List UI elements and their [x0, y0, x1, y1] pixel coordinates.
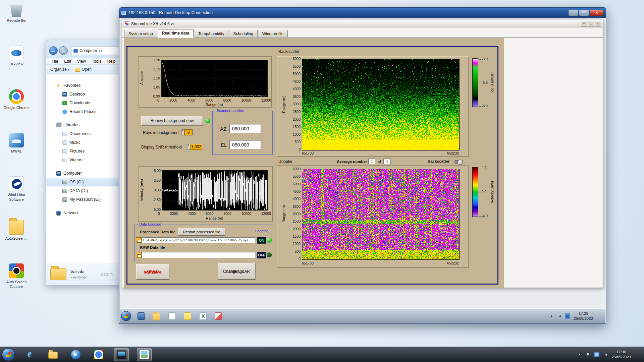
- menu-item[interactable]: Tools: [92, 59, 101, 64]
- snr-spinner[interactable]: ▲▼: [187, 144, 190, 150]
- vi-close-button[interactable]: ×: [595, 21, 601, 26]
- raw-path-browse-icon[interactable]: [136, 252, 142, 258]
- taskbar-button[interactable]: [91, 348, 106, 361]
- chevron-down-icon: ▾: [68, 68, 69, 71]
- menu-item[interactable]: File: [52, 59, 58, 64]
- doppler-colorbar-title: Velocity (m/s): [490, 167, 494, 217]
- tab[interactable]: System setup: [124, 30, 157, 37]
- desktop-icon[interactable]: Auto Screen Capture: [1, 263, 32, 303]
- menu-item[interactable]: View: [77, 59, 86, 64]
- y-tick-label: 6000: [293, 57, 301, 61]
- backscatter-colorbar: [472, 58, 478, 107]
- y-tick-label: 3000: [293, 102, 301, 106]
- network-icon[interactable]: [565, 313, 570, 319]
- breadcrumb[interactable]: Computer: [79, 48, 97, 53]
- start-button[interactable]: [2, 348, 15, 361]
- y-tick-label: 1.10: [153, 76, 160, 80]
- ie-icon: [25, 350, 35, 359]
- rdp-close-button[interactable]: ✕: [590, 10, 604, 16]
- remote-taskbar-button[interactable]: [167, 311, 177, 321]
- processed-logging-indicator: ON: [257, 237, 266, 244]
- tree-item-label: Videos: [69, 158, 82, 162]
- processed-path-browse-icon[interactable]: [136, 237, 142, 243]
- az-label: AZ: [220, 126, 226, 132]
- desktop-icon[interactable]: Wind Lidar Software: [1, 176, 32, 216]
- forward-button[interactable]: →: [59, 46, 68, 55]
- volume-icon[interactable]: [603, 352, 608, 357]
- raw-path-field[interactable]: [142, 252, 255, 258]
- desktop-icon[interactable]: MW41: [1, 133, 32, 172]
- processed-data-file-label: Processed Data file: [140, 230, 175, 234]
- doppler-plot: [302, 169, 460, 260]
- renew-background-button[interactable]: Renew background now: [141, 116, 203, 125]
- desktop-icon-label: AutoScreen...: [5, 236, 28, 241]
- taskbar-button[interactable]: [114, 348, 129, 361]
- taskbar-button[interactable]: [23, 348, 38, 361]
- desktop-icon[interactable]: Recycle Bin: [1, 2, 32, 42]
- rays-value[interactable]: 8: [184, 129, 193, 135]
- open-button[interactable]: Open: [75, 67, 92, 72]
- remote-taskbar-button[interactable]: [151, 311, 162, 321]
- desktop-icon[interactable]: Google Chrome: [1, 89, 32, 129]
- y-tick-label: 3000: [293, 212, 301, 216]
- videos-icon: [62, 158, 67, 162]
- remote-taskbar-button[interactable]: [182, 311, 193, 321]
- app-blue-icon: [138, 312, 145, 320]
- tab[interactable]: Temp/humidity: [194, 30, 228, 37]
- tab[interactable]: Wind profile: [258, 30, 288, 37]
- taskbar-button[interactable]: [137, 348, 152, 361]
- desktop-icon-label: BL-View: [10, 62, 23, 67]
- tab[interactable]: Real time data: [158, 29, 194, 38]
- flag-icon[interactable]: [585, 352, 591, 357]
- tab[interactable]: Scheduling: [229, 30, 257, 37]
- stop-software-button[interactable]: STOP software: [136, 264, 169, 280]
- snr-threshold-value[interactable]: 1.002: [190, 144, 202, 150]
- backscatter-toggle[interactable]: [454, 160, 463, 164]
- organize-button[interactable]: Organize ▾: [50, 67, 69, 72]
- rays-spinner[interactable]: ▲▼: [181, 129, 184, 135]
- az-value[interactable]: 090.000: [229, 124, 261, 133]
- libraries-icon: [56, 123, 61, 127]
- menu-item[interactable]: Edit: [64, 59, 71, 64]
- vi-minimize-button[interactable]: −: [581, 21, 587, 26]
- remote-start-button[interactable]: [121, 311, 131, 321]
- desktop-icon[interactable]: AutoScreen...: [1, 220, 32, 259]
- taskbar-icons: [23, 348, 152, 361]
- rdp-title-bar[interactable]: 192.168.0.150 - Remote Desktop Connectio…: [119, 8, 606, 18]
- remote-taskbar-button[interactable]: [136, 311, 147, 321]
- rdp-computer-icon: [121, 11, 126, 15]
- rdp-restore-button[interactable]: ❐: [579, 10, 589, 16]
- drive-icon: [62, 189, 67, 193]
- back-button[interactable]: ←: [49, 46, 58, 55]
- x-tick-label: 651733: [302, 261, 314, 265]
- remote-taskbar-button[interactable]: [213, 311, 224, 321]
- desktop-icon-label: Auto Screen Capture: [1, 280, 32, 289]
- restart-processed-file-button[interactable]: Restart processed file: [178, 228, 225, 236]
- volume-icon[interactable]: [557, 313, 562, 319]
- streamline-title-bar[interactable]: StreamLine XR v14-6.vi − □ ×: [122, 19, 603, 28]
- desktop-icon[interactable]: BL-View: [1, 46, 32, 85]
- network-icon[interactable]: [594, 352, 599, 357]
- taskbar-button[interactable]: [68, 348, 83, 361]
- menu-item[interactable]: Help: [107, 59, 116, 64]
- average-number-value[interactable]: 1: [368, 159, 375, 164]
- hidden-icons-icon[interactable]: [577, 352, 582, 357]
- desktop-icon: [62, 92, 67, 97]
- mw41-icon: [9, 133, 24, 147]
- hidden-icons-icon[interactable]: [549, 313, 554, 319]
- rdp-minimize-button[interactable]: —: [568, 10, 578, 16]
- average-total-value[interactable]: 1: [383, 159, 391, 164]
- raw-logging-indicator: OFF: [257, 252, 266, 258]
- el-value[interactable]: 090.000: [229, 140, 261, 149]
- y-tick-label: 500: [294, 249, 301, 253]
- bl-view-icon: [9, 46, 24, 60]
- processed-path-field[interactable]: C:\LiDAR\Data\Proc\2023\202309\20230925\…: [142, 237, 255, 243]
- tree-item-label: DATA (D:): [69, 188, 88, 193]
- remote-taskbar-button[interactable]: [198, 311, 208, 321]
- y-tick-label: 0: [299, 257, 301, 261]
- taskbar-button[interactable]: [46, 348, 60, 361]
- vi-restore-button[interactable]: □: [588, 21, 594, 26]
- change-lidar-settings-button[interactable]: Change LiDAR Settings: [218, 263, 255, 280]
- colorbar-tick-label: 4.0: [479, 166, 488, 170]
- y-tick-label: 1.05: [153, 85, 160, 89]
